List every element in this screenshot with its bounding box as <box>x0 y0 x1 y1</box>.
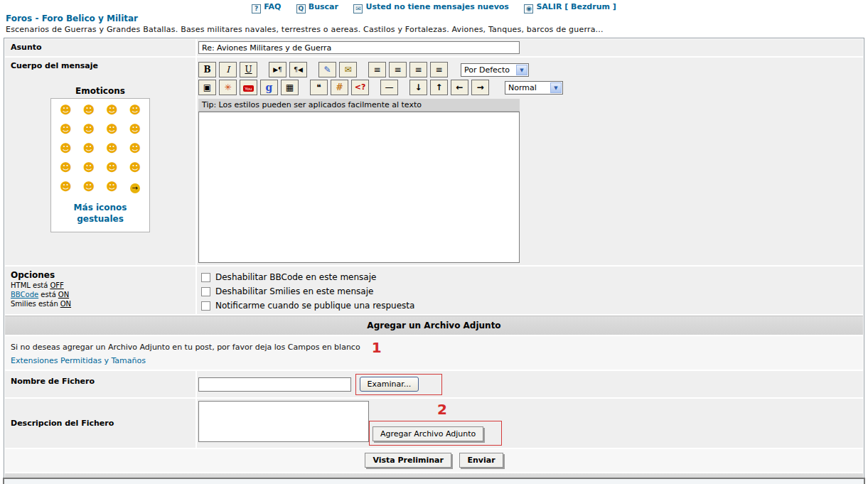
notify-reply-checkbox[interactable] <box>201 301 210 311</box>
arrow-up-button[interactable]: ↑ <box>430 80 448 95</box>
filename-row: Nombre de Fichero Examinar... <box>5 371 863 397</box>
neutral-emoticon[interactable]: ☻ <box>100 104 124 116</box>
file-description-textarea[interactable] <box>198 401 369 442</box>
html-status: HTML estáOFF <box>11 281 190 289</box>
html-status-value: OFF <box>50 281 63 289</box>
arrow-down-button[interactable]: ↓ <box>409 80 427 95</box>
size-select[interactable]: Normal ▼ <box>505 81 563 95</box>
cool-emoticon[interactable]: ☻ <box>100 124 124 135</box>
file-description-label: Descripcion del Fichero <box>5 399 195 448</box>
rtl-button[interactable]: ¶◀ <box>289 62 307 77</box>
disable-smilies-label: Deshabilitar Smilies en este mensaje <box>215 286 373 296</box>
bbcode-link[interactable]: BBCode <box>11 291 38 299</box>
disable-smilies-option: Deshabilitar Smilies en este mensaje <box>201 286 859 296</box>
chevron-down-icon: ▼ <box>550 82 562 93</box>
cheer-emoticon[interactable]: ☻ <box>54 181 77 194</box>
google-button[interactable]: g <box>260 80 278 95</box>
angel-emoticon[interactable]: ☻ <box>100 181 124 194</box>
options-row: Opciones HTML estáOFF BBCode estáON Smil… <box>5 267 863 314</box>
subject-label: Asunto <box>5 39 195 56</box>
love-emoticon[interactable]: ☻ <box>54 162 77 173</box>
image-button[interactable]: ▣ <box>198 80 216 95</box>
emoticons-panel: Emoticons ☻ ☻ ☻ ☻ ☻ ☻ ☻ ☻ ☻ ☻ ☻ ☻ <box>11 86 190 232</box>
smile-emoticon[interactable]: ☻ <box>77 104 101 116</box>
toolbar-row-2: ▣ ✳ You g ▦ ❝ # <? — ↓ ↑ ← → Normal ▼ <box>198 80 859 95</box>
filename-input[interactable] <box>198 377 351 392</box>
logout-link-label: SALIR [ Bezdrum ] <box>536 2 616 11</box>
subject-input[interactable] <box>198 41 520 54</box>
disable-bbcode-checkbox[interactable] <box>201 273 210 282</box>
logout-link[interactable]: ◉SALIR [ Bezdrum ] <box>524 2 616 11</box>
breadcrumb-separator: - <box>35 14 38 23</box>
sad-emoticon[interactable]: ☻ <box>124 143 147 154</box>
message-body-label: Cuerpo del mensaje <box>11 61 190 70</box>
breadcrumb-foros-link[interactable]: Foros <box>6 14 32 23</box>
search-link-label: Buscar <box>309 2 338 11</box>
italic-button[interactable]: I <box>219 62 237 77</box>
arrow-left-button[interactable]: ← <box>451 80 468 95</box>
arrow-right-button[interactable]: → <box>471 80 489 95</box>
annotation-1: 1 <box>372 339 382 356</box>
toolbar-row-1: B I U ▶¶ ¶◀ ✎ ✉ ≡ ≡ ≡ ≡ Por Defecto ▼ <box>198 62 859 77</box>
youtube-button[interactable]: You <box>240 80 257 95</box>
options-title: Opciones <box>11 270 190 280</box>
blush-emoticon[interactable]: ☻ <box>100 143 124 154</box>
mail-icon: ✉ <box>353 4 363 14</box>
ltr-button[interactable]: ▶¶ <box>269 62 286 77</box>
embarrassed-emoticon[interactable]: ☻ <box>54 143 77 154</box>
faq-link-label: FAQ <box>264 2 281 11</box>
email-button[interactable]: ✉ <box>339 62 357 77</box>
underline-button[interactable]: U <box>240 62 257 77</box>
bbcode-status: BBCode estáON <box>11 291 190 299</box>
notify-reply-label: Notificarme cuando se publique una respu… <box>215 301 414 311</box>
eek-emoticon[interactable]: ☻ <box>54 124 77 135</box>
surprised-emoticon[interactable]: ☻ <box>100 162 124 173</box>
razz-emoticon[interactable]: ☻ <box>124 124 147 135</box>
font-select-value: Por Defecto <box>464 65 514 75</box>
grin-emoticon[interactable]: ☻ <box>124 104 147 116</box>
align-right-button[interactable]: ≡ <box>430 62 448 77</box>
subject-row: Asunto <box>5 39 863 56</box>
emoticons-grid: ☻ ☻ ☻ ☻ ☻ ☻ ☻ ☻ ☻ ☻ ☻ ☻ ☻ ☻ ☻ <box>54 104 146 194</box>
search-link[interactable]: QBuscar <box>296 2 338 11</box>
shock-emoticon[interactable]: ☻ <box>77 181 101 194</box>
extensions-link[interactable]: Extensiones Permitidas y Tamaños <box>11 356 146 365</box>
breadcrumb-forum-link[interactable]: Foro Belico y Militar <box>42 14 138 23</box>
very-happy-emoticon[interactable]: ☻ <box>54 104 77 116</box>
happy-emoticon[interactable]: ☻ <box>77 124 101 135</box>
font-select[interactable]: Por Defecto ▼ <box>461 63 529 77</box>
youtube-icon: You <box>243 85 253 92</box>
align-center-button[interactable]: ≡ <box>409 62 427 77</box>
mad-laugh-emoticon[interactable]: ☻ <box>77 162 101 173</box>
flash-button[interactable]: ✳ <box>219 80 237 95</box>
bold-button[interactable]: B <box>198 62 216 77</box>
wink-emoticon[interactable]: ☻ <box>124 162 147 173</box>
justify-button[interactable]: ≡ <box>368 62 386 77</box>
laughing-emoticon[interactable]: ☻ <box>77 143 101 154</box>
messages-link[interactable]: ✉Usted no tiene mensajes nuevos <box>353 2 508 11</box>
disable-bbcode-label: Deshabilitar BBCode en este mensaje <box>215 272 376 282</box>
arrow-emoticon[interactable]: → <box>130 183 140 193</box>
php-button[interactable]: <? <box>351 80 369 95</box>
code-hash-button[interactable]: # <box>331 80 348 95</box>
align-left-button[interactable]: ≡ <box>389 62 407 77</box>
browse-button[interactable]: Examinar... <box>360 377 419 392</box>
smilies-status: Smilies estánON <box>11 300 190 308</box>
message-textarea[interactable] <box>198 112 520 263</box>
smilies-status-value: ON <box>60 300 71 308</box>
add-attachment-button[interactable]: Agregar Archivo Adjunto <box>373 426 483 441</box>
question-icon: ? <box>252 4 261 14</box>
style-tip-bar: Tip: Los estilos pueden ser aplicados fa… <box>198 99 520 112</box>
emoticons-box: ☻ ☻ ☻ ☻ ☻ ☻ ☻ ☻ ☻ ☻ ☻ ☻ ☻ ☻ ☻ <box>50 98 150 232</box>
hr-button[interactable]: — <box>380 80 398 95</box>
font-color-button[interactable]: ✎ <box>318 62 336 77</box>
send-button[interactable]: Enviar <box>459 453 503 468</box>
search-icon: Q <box>296 4 306 14</box>
calendar-button[interactable]: ▦ <box>281 80 299 95</box>
faq-link[interactable]: ?FAQ <box>252 2 281 11</box>
notify-reply-option: Notificarme cuando se publique una respu… <box>201 301 859 311</box>
more-emoticons-link[interactable]: Más iconos gestuales <box>54 203 146 227</box>
preview-button[interactable]: Vista Preliminar <box>365 453 451 468</box>
disable-smilies-checkbox[interactable] <box>201 287 210 296</box>
quote-button[interactable]: ❝ <box>310 80 328 95</box>
